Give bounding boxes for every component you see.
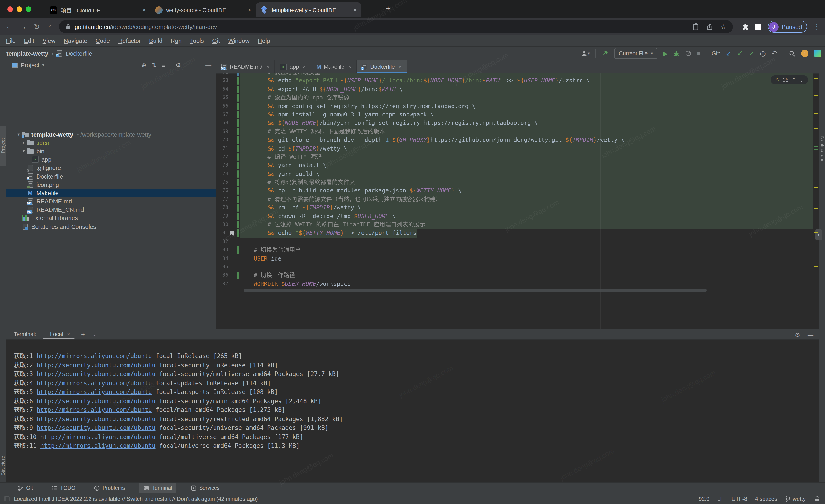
terminal-link[interactable]: http://mirrors.aliyun.com/ubuntu <box>36 353 152 359</box>
tab-close-icon[interactable]: × <box>303 64 306 70</box>
terminal-link[interactable]: http://security.ubuntu.com/ubuntu <box>36 361 156 368</box>
tree-arrow-icon[interactable]: ▾ <box>21 149 26 154</box>
code-line-75[interactable]: 75 # 将源码复制到最终部署的文件夹 <box>216 178 819 187</box>
search-icon[interactable] <box>789 50 796 57</box>
new-terminal-icon[interactable]: + <box>81 330 85 338</box>
menu-refactor[interactable]: Refactor <box>114 37 145 44</box>
code-line-72[interactable]: 72 # 编译 WeTTY 源码 <box>216 153 819 161</box>
run-configuration-select[interactable]: Current File ▾ <box>614 48 658 59</box>
stripe-mark[interactable] <box>814 266 818 267</box>
tab-close-icon[interactable]: × <box>248 6 251 13</box>
terminal-settings-gear-icon[interactable]: ⚙ <box>795 331 800 338</box>
project-user-icon[interactable]: ▾ <box>581 50 590 57</box>
code-line-77[interactable]: 77 # 清理不再需要的源文件（当然，也可以采用独立的融容器来构建） <box>216 195 819 204</box>
collapse-all-icon[interactable]: ≡ <box>162 62 165 69</box>
terminal-link[interactable]: http://security.ubuntu.com/ubuntu <box>36 370 156 377</box>
reload-icon[interactable]: ↻ <box>30 18 43 35</box>
editor-tab-Makefile[interactable]: MMakefile × <box>311 60 357 73</box>
code-line-70[interactable]: 70 && git clone --branch dev --depth 1 $… <box>216 136 819 144</box>
close-icon[interactable]: × <box>67 331 70 337</box>
back-icon[interactable]: ← <box>3 18 16 35</box>
git-commit-icon[interactable]: ✓ <box>737 49 743 58</box>
browser-tab[interactable]: template-wetty - CloudIDE × <box>256 2 361 17</box>
menu-help[interactable]: Help <box>254 37 275 44</box>
error-stripe[interactable] <box>813 73 819 329</box>
menu-navigate[interactable]: Navigate <box>60 37 92 44</box>
terminal-output[interactable]: 获取:1 http://mirrors.aliyun.com/ubuntu fo… <box>6 340 819 482</box>
tree-item-.idea[interactable]: ▸ .idea <box>6 139 216 147</box>
code-line-86[interactable]: 86 # 切换工作路径 <box>216 271 819 280</box>
expand-all-icon[interactable]: ⇅ <box>151 62 157 69</box>
breadcrumb-project[interactable]: template-wetty <box>6 50 48 57</box>
home-icon[interactable]: ⌂ <box>44 18 57 35</box>
rollback-icon[interactable]: ↶ <box>771 49 777 58</box>
stripe-mark[interactable] <box>814 232 818 233</box>
code-line-66[interactable]: 66 && npm config set registry https://re… <box>216 102 819 110</box>
inspection-widget[interactable]: ⚠ 15 ⌃ ⌄ <box>771 76 808 84</box>
status-message[interactable]: Localized IntelliJ IDEA 2022.2.2 is avai… <box>14 496 258 502</box>
code-line-62[interactable]: 62 # 设置路径环境变量 <box>216 73 819 77</box>
clipboard-icon[interactable] <box>692 23 699 30</box>
extensions-puzzle-icon[interactable] <box>741 23 749 30</box>
tree-item-ExternalLibraries[interactable]: External Libraries <box>6 214 216 222</box>
editor-content[interactable]: 62 # 设置路径环境变量 63 && echo "export PATH=${… <box>216 73 819 329</box>
toolwindow-problems[interactable]: Problems <box>90 483 129 493</box>
stripe-mark[interactable] <box>814 113 818 114</box>
code-line-74[interactable]: 74 && yarn build \ <box>216 170 819 178</box>
menu-file[interactable]: File <box>2 37 20 44</box>
toolwindow-todo[interactable]: TODO <box>48 483 79 493</box>
tree-item-template-wetty[interactable]: ▾ template-wetty ~/workspace/template-we… <box>6 130 216 139</box>
code-line-81[interactable]: 81 && echo "${WETTY_HOME}" > /etc/port-f… <box>216 229 819 238</box>
code-line-82[interactable]: 82 <box>216 238 819 246</box>
prev-problem-icon[interactable]: ⌃ <box>792 77 796 83</box>
tab-close-icon[interactable]: × <box>348 64 351 70</box>
ide-update-icon[interactable]: ↑ <box>801 50 808 57</box>
tab-close-icon[interactable]: × <box>266 64 270 70</box>
terminal-link[interactable]: http://mirrors.aliyun.com/ubuntu <box>40 433 156 440</box>
status-panel-icon[interactable] <box>4 496 10 501</box>
browser-tab[interactable]: <t> 项目 - CloudIDE × <box>45 2 151 17</box>
project-panel-title[interactable]: Project ▾ <box>12 60 44 70</box>
tree-item-.gitignore[interactable]: .gitignore <box>6 164 216 172</box>
code-line-87[interactable]: 87 WORKDIR $USER_HOME/workspace <box>216 280 819 288</box>
bookmark-icon[interactable] <box>230 231 234 236</box>
file-encoding[interactable]: UTF-8 <box>732 496 747 502</box>
git-branch-widget[interactable]: wetty <box>785 496 806 502</box>
line-separator[interactable]: LF <box>717 496 724 502</box>
code-area[interactable]: 62 # 设置路径环境变量 63 && echo "export PATH=${… <box>216 73 819 288</box>
debug-bug-icon[interactable] <box>673 50 680 57</box>
menu-build[interactable]: Build <box>145 37 167 44</box>
stripe-mark[interactable] <box>814 187 818 188</box>
menu-code[interactable]: Code <box>91 37 114 44</box>
terminal-minimize-icon[interactable]: — <box>808 331 814 338</box>
toolwindow-services[interactable]: Services <box>187 483 223 493</box>
tree-item-ScratchesandConsoles[interactable]: Scratches and Consoles <box>6 222 216 231</box>
terminal-link[interactable]: http://security.ubuntu.com/ubuntu <box>36 424 156 431</box>
code-line-85[interactable]: 85 <box>216 263 819 271</box>
terminal-tab-local[interactable]: Local × <box>48 329 72 339</box>
tree-arrow-icon[interactable]: ▾ <box>16 132 21 137</box>
forward-icon[interactable]: → <box>17 18 29 35</box>
maximize-window-icon[interactable] <box>26 6 31 12</box>
code-line-69[interactable]: 69 # 克隆 WeTTY 源码，下面是我修改后的版本 <box>216 127 819 136</box>
code-line-63[interactable]: 63 && echo "export PATH=${USER_HOME}/.lo… <box>216 77 819 85</box>
stop-icon[interactable]: ■ <box>697 51 700 56</box>
code-line-78[interactable]: 78 && rm -rf ${TMPDIR}/wetty \ <box>216 204 819 212</box>
editor-tab-Dockerfile[interactable]: DDockerfile × <box>357 60 407 73</box>
terminal-link[interactable]: http://security.ubuntu.com/ubuntu <box>36 415 156 422</box>
browser-menu-icon[interactable]: ⋮ <box>814 22 820 31</box>
menu-window[interactable]: Window <box>224 37 254 44</box>
tree-item-README.md[interactable]: MD README.md <box>6 197 216 205</box>
terminal-link[interactable]: http://mirrors.aliyun.com/ubuntu <box>40 442 156 449</box>
build-hammer-icon[interactable] <box>601 50 609 57</box>
profiler-icon[interactable] <box>685 50 692 57</box>
tree-item-README_CN.md[interactable]: MD README_CN.md <box>6 205 216 214</box>
minimize-window-icon[interactable] <box>17 6 22 12</box>
code-line-80[interactable]: 80 # 过滤掉 WeTTY 的端口在 TitanIDE 应用端口列表的展示 <box>216 221 819 229</box>
terminal-dropdown-icon[interactable]: ⌄ <box>92 331 96 337</box>
stripe-mark[interactable] <box>814 78 818 79</box>
code-line-84[interactable]: 84 USER ide <box>216 254 819 263</box>
stripe-mark[interactable] <box>814 129 818 129</box>
strip-project[interactable]: Project <box>0 125 6 166</box>
ide-gradient-icon[interactable] <box>814 50 821 57</box>
